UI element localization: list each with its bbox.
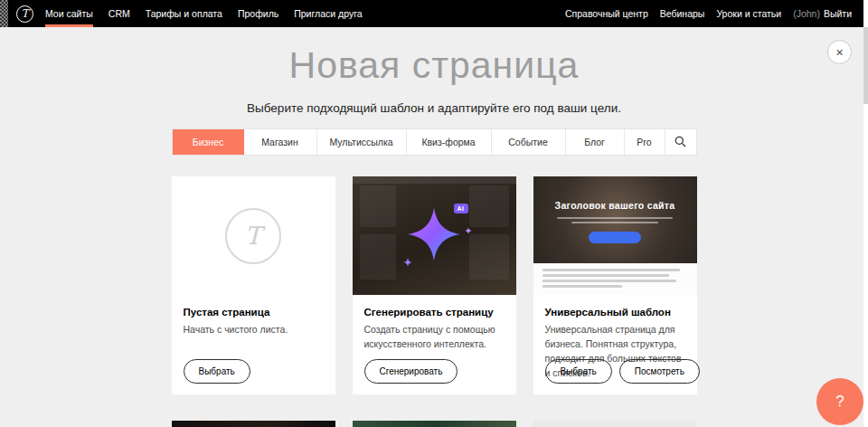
preview-text-line xyxy=(571,222,658,223)
template-card-preview[interactable] xyxy=(172,421,335,427)
nav-item-profile[interactable]: Профиль xyxy=(238,0,278,27)
texture-strip xyxy=(0,0,8,27)
new-page-dialog: Новая страница Выберите подходящий шабло… xyxy=(0,16,868,427)
sparkle-icon xyxy=(465,222,472,238)
tab-quiz-form[interactable]: Квиз-форма xyxy=(407,129,492,155)
tab-business[interactable]: Бизнес xyxy=(173,129,244,155)
nav-right: Справочный центр Вебинары Уроки и статьи… xyxy=(565,8,863,19)
view-button[interactable]: Посмотреть xyxy=(619,359,700,384)
preview-text-line xyxy=(557,217,673,219)
preview-text-line xyxy=(542,269,680,271)
logout-link[interactable]: Выйти xyxy=(824,8,852,19)
template-card-blank[interactable]: T Пустая страница Начать с чистого листа… xyxy=(172,176,335,394)
nav-left: Мои сайты CRM Тарифы и оплата Профиль Пр… xyxy=(45,0,363,27)
preview-text-line xyxy=(542,285,622,288)
tab-pro[interactable]: Pro xyxy=(625,129,665,155)
card-title: Универсальный шаблон xyxy=(545,307,685,318)
card-title: Сгенерировать страницу xyxy=(364,307,505,318)
sparkle-icon xyxy=(403,254,412,270)
preview-cta-button xyxy=(589,232,641,243)
tab-search[interactable] xyxy=(665,129,696,155)
blank-preview: T xyxy=(172,176,335,295)
nav-item-webinars[interactable]: Вебинары xyxy=(660,8,705,19)
ai-preview: AI xyxy=(353,176,516,295)
tab-blog[interactable]: Блог xyxy=(566,129,625,155)
card-title: Пустая страница xyxy=(184,307,324,318)
nav-item-crm[interactable]: CRM xyxy=(108,0,130,27)
card-description: Создать страницу с помощью искусственног… xyxy=(364,323,505,352)
tilda-circle-logo-icon: T xyxy=(225,208,281,264)
tab-shop[interactable]: Магазин xyxy=(244,129,317,155)
page-subtitle: Выберите подходящий шаблон и адаптируйте… xyxy=(0,101,868,115)
universal-preview: Заголовок вашего сайта xyxy=(533,176,697,295)
close-button[interactable]: × xyxy=(827,40,852,64)
nav-item-help-center[interactable]: Справочный центр xyxy=(565,8,648,19)
choose-button[interactable]: Выбрать xyxy=(545,359,612,384)
preview-text-line xyxy=(542,280,676,282)
ai-star-icon xyxy=(406,206,462,266)
nav-item-lessons[interactable]: Уроки и статьи xyxy=(716,8,781,19)
nav-item-my-sites[interactable]: Мои сайты xyxy=(45,0,93,27)
tab-multilink[interactable]: Мультиссылка xyxy=(317,129,407,155)
top-navbar: T Мои сайты CRM Тарифы и оплата Профиль … xyxy=(0,0,863,27)
scrollbar[interactable] xyxy=(863,0,868,427)
template-card-universal[interactable]: Заголовок вашего сайта Универсальный шаб… xyxy=(533,176,697,394)
tab-event[interactable]: Событие xyxy=(492,129,566,155)
nav-item-tariffs[interactable]: Тарифы и оплата xyxy=(146,0,222,27)
card-description: Начать с чистого листа. xyxy=(184,323,324,337)
preview-text-line xyxy=(542,274,669,277)
scrollbar-thumb[interactable] xyxy=(863,27,868,104)
ai-badge: AI xyxy=(454,204,468,214)
choose-button[interactable]: Выбрать xyxy=(184,359,250,384)
template-card-preview[interactable] xyxy=(533,421,697,427)
template-grid-row2 xyxy=(172,421,697,427)
generate-button[interactable]: Сгенерировать xyxy=(364,359,458,384)
search-icon xyxy=(675,136,686,149)
user-menu: (John) Выйти xyxy=(793,8,852,19)
nav-item-invite-friend[interactable]: Пригласи друга xyxy=(294,0,362,27)
template-grid: T Пустая страница Начать с чистого листа… xyxy=(172,176,697,394)
user-name: (John) xyxy=(793,8,820,19)
preview-site-title: Заголовок вашего сайта xyxy=(555,200,675,211)
template-category-tabs: Бизнес Магазин Мультиссылка Квиз-форма С… xyxy=(172,128,697,156)
tilda-logo-icon[interactable]: T xyxy=(16,5,33,23)
template-card-preview[interactable] xyxy=(353,421,516,427)
template-card-ai-generate[interactable]: AI Сгенерировать страницу Создать страни… xyxy=(353,176,516,394)
help-button[interactable]: ? xyxy=(816,378,863,425)
